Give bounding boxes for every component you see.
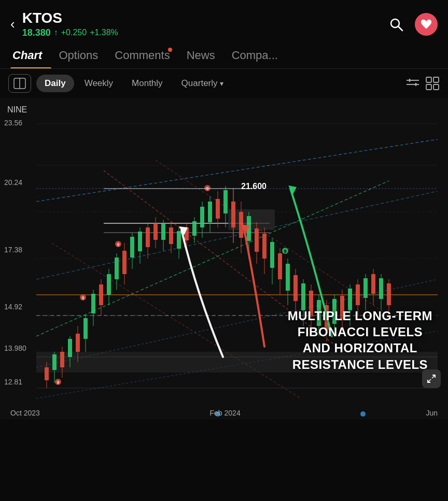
price-arrow: ↑	[54, 28, 58, 37]
y-label-3: 17.38	[4, 246, 22, 254]
svg-rect-84	[216, 199, 220, 219]
header-left: ‹ KTOS 18.380 ↑ +0.250 +1.38%	[10, 10, 118, 38]
back-button[interactable]: ‹	[10, 16, 15, 32]
svg-rect-101	[278, 253, 282, 279]
svg-rect-62	[138, 232, 142, 251]
price-change: +0.250	[61, 28, 87, 37]
chart-area[interactable]: 9 9	[0, 98, 448, 419]
stock-ticker: KTOS	[22, 10, 118, 26]
favorite-button[interactable]	[415, 13, 438, 36]
x-label-oct2023: Oct 2023	[10, 409, 40, 417]
time-selector: Daily Weekly Monthly Quarterly ▾	[0, 69, 448, 98]
expand-chart-button[interactable]	[422, 369, 441, 388]
tab-chart[interactable]: Chart	[10, 45, 51, 68]
tab-company[interactable]: Compa...	[230, 45, 287, 68]
nine-indicator-label: NINE	[7, 105, 27, 114]
y-label-2: 20.24	[4, 178, 22, 187]
svg-rect-119	[332, 299, 337, 324]
x-label-feb2024: Feb 2024	[210, 409, 241, 417]
price-marker-label: 21.600	[241, 182, 267, 191]
svg-rect-66	[153, 223, 158, 240]
timeframe-daily[interactable]: Daily	[36, 75, 74, 92]
svg-text:9: 9	[81, 295, 84, 300]
svg-rect-80	[200, 207, 204, 227]
y-label-6: 12.81	[4, 378, 22, 386]
svg-rect-103	[286, 264, 290, 291]
svg-rect-123	[348, 289, 352, 310]
svg-rect-58	[130, 237, 134, 257]
svg-rect-99	[270, 242, 274, 268]
svg-rect-95	[255, 228, 259, 252]
svg-rect-34	[45, 367, 49, 380]
svg-rect-129	[371, 274, 375, 294]
header-right	[387, 13, 438, 36]
svg-line-141	[432, 375, 435, 378]
timeframe-quarterly[interactable]: Quarterly ▾	[173, 75, 232, 92]
svg-rect-68	[161, 223, 165, 240]
tab-news[interactable]: News	[185, 45, 225, 68]
x-axis: Oct 2023 Feb 2024 Jun	[0, 409, 448, 417]
svg-rect-113	[309, 291, 313, 317]
y-label-4: 14.92	[4, 303, 22, 311]
svg-line-1	[398, 26, 402, 31]
svg-rect-111	[301, 283, 305, 310]
svg-text:9: 9	[57, 380, 59, 385]
svg-rect-11	[433, 84, 439, 90]
svg-rect-36	[52, 354, 57, 370]
svg-rect-40	[68, 339, 72, 357]
svg-rect-9	[433, 77, 439, 82]
x-label-jun: Jun	[426, 409, 438, 417]
stock-info: KTOS 18.380 ↑ +0.250 +1.38%	[22, 10, 118, 38]
svg-rect-48	[99, 284, 103, 305]
svg-rect-64	[146, 227, 150, 247]
svg-rect-52	[107, 274, 111, 295]
svg-rect-46	[91, 294, 95, 313]
svg-rect-131	[379, 278, 383, 299]
svg-rect-125	[356, 284, 360, 305]
svg-text:9: 9	[117, 242, 119, 247]
y-label-1: 23.56	[4, 119, 22, 127]
svg-rect-121	[340, 296, 344, 319]
chart-type-button[interactable]	[8, 74, 31, 93]
tab-options[interactable]: Options	[57, 45, 107, 68]
svg-rect-115	[317, 300, 321, 326]
comments-notification-dot	[168, 48, 172, 52]
price-row: 18.380 ↑ +0.250 +1.38%	[22, 27, 118, 38]
timeframe-monthly[interactable]: Monthly	[123, 75, 171, 92]
svg-rect-97	[262, 234, 267, 259]
svg-rect-78	[192, 221, 197, 236]
nav-tabs: Chart Options Comments News Compa...	[0, 45, 448, 69]
svg-rect-74	[177, 231, 181, 249]
svg-rect-82	[208, 202, 212, 222]
svg-rect-109	[293, 275, 298, 301]
svg-line-142	[428, 379, 431, 382]
svg-rect-38	[60, 352, 64, 367]
svg-rect-32	[36, 352, 438, 373]
indicators-button[interactable]	[405, 77, 420, 90]
app-header: ‹ KTOS 18.380 ↑ +0.250 +1.38%	[0, 0, 448, 45]
stock-price: 18.380	[22, 27, 51, 38]
svg-rect-56	[122, 251, 127, 274]
grid-button[interactable]	[425, 76, 440, 91]
svg-text:9: 9	[284, 249, 286, 254]
svg-rect-8	[426, 77, 431, 82]
price-change-pct: +1.38%	[90, 28, 118, 37]
svg-rect-70	[169, 227, 173, 244]
indicator-buttons	[405, 76, 440, 91]
svg-rect-89	[231, 202, 235, 227]
svg-rect-133	[387, 283, 391, 305]
svg-rect-54	[115, 257, 119, 279]
search-button[interactable]	[387, 15, 405, 34]
tab-comments[interactable]: Comments	[113, 45, 179, 68]
svg-rect-10	[426, 84, 431, 90]
svg-rect-44	[83, 318, 88, 339]
timeframe-weekly[interactable]: Weekly	[76, 75, 121, 92]
y-label-5: 13.980	[4, 344, 26, 352]
svg-rect-86	[223, 190, 228, 213]
dropdown-arrow-icon: ▾	[220, 79, 223, 88]
svg-rect-42	[76, 334, 80, 352]
svg-rect-127	[363, 278, 368, 298]
